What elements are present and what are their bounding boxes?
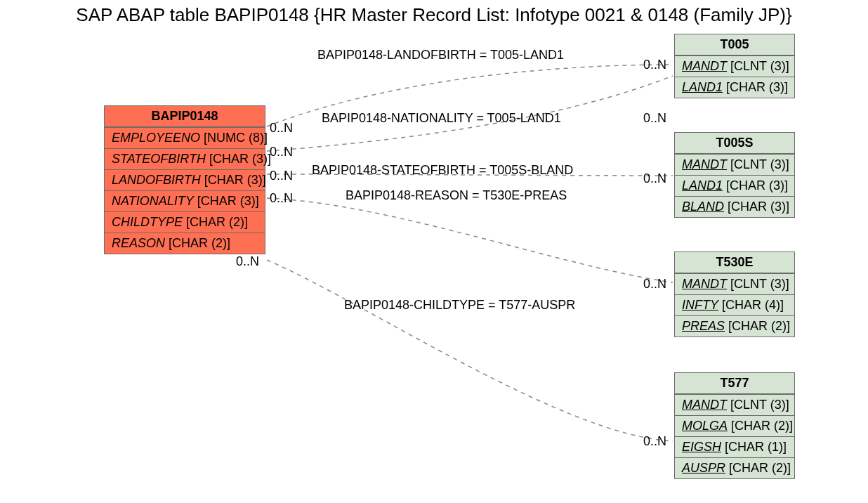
field-row: INFTY [CHAR (4)] — [675, 294, 794, 315]
cardinality-left: 0..N — [270, 169, 293, 183]
field-row: CHILDTYPE [CHAR (2)] — [105, 211, 265, 233]
table-t005s: T005S MANDT [CLNT (3)] LAND1 [CHAR (3)] … — [674, 132, 795, 218]
table-header: BAPIP0148 — [105, 106, 265, 127]
field-row: MANDT [CLNT (3)] — [675, 154, 794, 175]
cardinality-right: 0..N — [643, 58, 666, 72]
table-header: T577 — [675, 373, 794, 394]
cardinality-right: 0..N — [643, 171, 666, 186]
field-row: PREAS [CHAR (2)] — [675, 315, 794, 337]
relation-label: BAPIP0148-REASON = T530E-PREAS — [346, 188, 567, 203]
field-row: BLAND [CHAR (3)] — [675, 196, 794, 217]
cardinality-right: 0..N — [643, 111, 666, 126]
cardinality-left: 0..N — [270, 121, 293, 136]
field-row: NATIONALITY [CHAR (3)] — [105, 190, 265, 211]
field-row: REASON [CHAR (2)] — [105, 233, 265, 254]
cardinality-left: 0..N — [270, 191, 293, 206]
table-header: T530E — [675, 252, 794, 273]
field-row: MANDT [CLNT (3)] — [675, 394, 794, 415]
field-row: LAND1 [CHAR (3)] — [675, 77, 794, 98]
field-row: EIGSH [CHAR (1)] — [675, 436, 794, 457]
field-row: EMPLOYEENO [NUMC (8)] — [105, 127, 265, 148]
field-row: MANDT [CLNT (3)] — [675, 55, 794, 77]
field-row: MANDT [CLNT (3)] — [675, 273, 794, 294]
relation-label: BAPIP0148-STATEOFBIRTH = T005S-BLAND — [312, 163, 573, 178]
relation-label: BAPIP0148-NATIONALITY = T005-LAND1 — [322, 111, 561, 126]
table-header: T005S — [675, 133, 794, 154]
table-header: T005 — [675, 34, 794, 55]
relation-label: BAPIP0148-CHILDTYPE = T577-AUSPR — [344, 298, 575, 313]
relation-label: BAPIP0148-LANDOFBIRTH = T005-LAND1 — [317, 48, 564, 63]
field-row: STATEOFBIRTH [CHAR (3)] — [105, 148, 265, 169]
cardinality-right: 0..N — [643, 434, 666, 449]
cardinality-left: 0..N — [270, 145, 293, 159]
table-bapip0148: BAPIP0148 EMPLOYEENO [NUMC (8)] STATEOFB… — [104, 105, 265, 254]
table-t530e: T530E MANDT [CLNT (3)] INFTY [CHAR (4)] … — [674, 252, 795, 337]
table-t577: T577 MANDT [CLNT (3)] MOLGA [CHAR (2)] E… — [674, 372, 795, 479]
field-row: MOLGA [CHAR (2)] — [675, 415, 794, 436]
cardinality-left: 0..N — [236, 254, 259, 269]
field-row: LANDOFBIRTH [CHAR (3)] — [105, 169, 265, 190]
field-row: LAND1 [CHAR (3)] — [675, 175, 794, 196]
field-row: AUSPR [CHAR (2)] — [675, 457, 794, 478]
table-t005: T005 MANDT [CLNT (3)] LAND1 [CHAR (3)] — [674, 34, 795, 98]
cardinality-right: 0..N — [643, 277, 666, 292]
